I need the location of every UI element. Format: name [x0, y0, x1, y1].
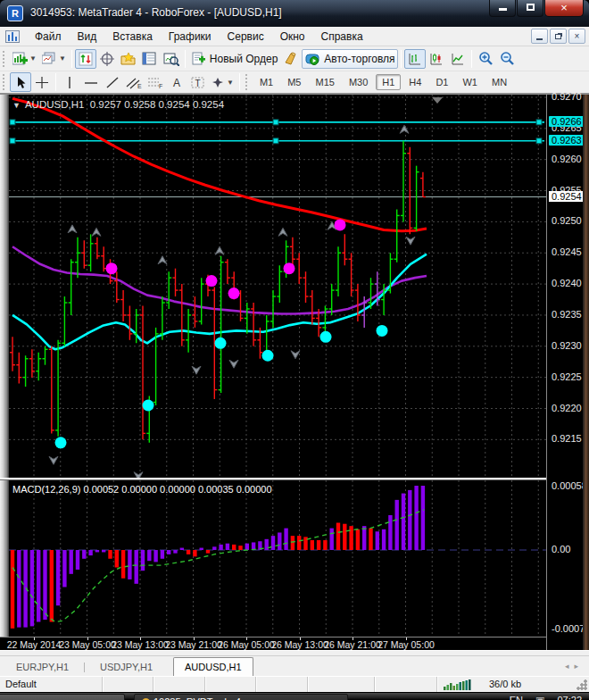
menu-items: ФайлВидВставкаГрафикиСервисОкноСправка: [27, 27, 371, 46]
menu-item-Вид[interactable]: Вид: [70, 28, 105, 46]
time-axis-tick: [406, 638, 407, 640]
crosshair-tool-button[interactable]: [96, 49, 118, 69]
cursor-tool-button[interactable]: [10, 72, 31, 92]
bar-chart-mode-button[interactable]: [404, 49, 426, 69]
horizontal-line-icon: [84, 76, 98, 89]
zoom-out-button[interactable]: [496, 49, 518, 69]
channel-tool[interactable]: E: [123, 72, 145, 92]
time-axis-label: 26 May 05:00: [218, 639, 275, 650]
hline-handle[interactable]: [536, 120, 542, 125]
zoom-out-icon: [499, 51, 515, 66]
maximize-button[interactable]: [517, 0, 543, 17]
timeframe-button-M30[interactable]: M30: [343, 74, 374, 90]
child-restore-button[interactable]: [550, 29, 567, 44]
time-axis-tick: [300, 638, 301, 640]
candlestick-mode-button[interactable]: [426, 49, 447, 69]
status-profile-cell[interactable]: Default: [0, 677, 103, 693]
price-axis[interactable]: 0.92700.92650.92600.92550.92500.92450.92…: [546, 95, 583, 650]
timeframe-button-M5[interactable]: M5: [281, 74, 307, 90]
language-indicator[interactable]: EN: [510, 695, 523, 700]
menu-item-Вставка[interactable]: Вставка: [104, 28, 161, 46]
text-label-tool[interactable]: T: [187, 72, 209, 92]
svg-text:F: F: [159, 83, 162, 89]
close-button[interactable]: ×: [544, 0, 584, 17]
crosshair-cursor-button[interactable]: [31, 72, 53, 92]
tab-EURJPY,H1[interactable]: EURJPY,H1: [5, 659, 79, 677]
timeframe-button-MN[interactable]: MN: [485, 74, 513, 90]
hline-handle[interactable]: [10, 120, 15, 125]
standard-toolbar: ▼ ▼: [0, 46, 589, 71]
toolbar-separator: [239, 73, 240, 91]
tick-chart-button[interactable]: [75, 49, 96, 69]
toolbar-grip[interactable]: [3, 74, 7, 90]
favorites-button[interactable]: [118, 49, 139, 69]
svg-text:E: E: [137, 83, 142, 89]
hline-handle[interactable]: [10, 138, 15, 144]
star-folder-icon: [120, 52, 137, 66]
market-watch-button[interactable]: [139, 49, 161, 69]
tab-scroll-arrows[interactable]: ◂▸: [565, 662, 584, 671]
arrows-shapes-icon: [212, 76, 225, 89]
vertical-line-tool[interactable]: [59, 72, 80, 92]
timeframe-button-H1[interactable]: H1: [376, 74, 401, 90]
toolbar-grip[interactable]: [245, 74, 250, 90]
hline-handle[interactable]: [273, 138, 278, 144]
dropdown-arrow-icon: ▼: [59, 54, 66, 62]
macd-canvas[interactable]: [9, 480, 546, 637]
hline-handle[interactable]: [536, 138, 542, 144]
menu-bar: ФайлВидВставкаГрафикиСервисОкноСправка ×: [0, 27, 589, 46]
metaeditor-button[interactable]: [280, 49, 302, 69]
chart-menu-triangle-icon: ▼: [12, 101, 21, 110]
taskbar-clock[interactable]: 07:22: [557, 695, 582, 700]
menu-item-Графики[interactable]: Графики: [161, 28, 220, 46]
chart-shift-marker[interactable]: [432, 97, 443, 104]
menu-item-Окно[interactable]: Окно: [272, 28, 313, 46]
timeframe-button-M15[interactable]: M15: [309, 74, 340, 90]
timeframe-button-M1[interactable]: M1: [253, 74, 279, 90]
tab-USDJPY,H1[interactable]: USDJPY,H1: [89, 659, 163, 677]
dropdown-arrow-icon: ▼: [227, 79, 234, 87]
arrows-tool[interactable]: ▼: [209, 72, 236, 92]
text-tool[interactable]: A: [166, 72, 187, 92]
minimize-button[interactable]: [489, 0, 516, 17]
menu-item-Сервис[interactable]: Сервис: [220, 28, 272, 46]
time-axis-tick: [194, 638, 195, 640]
svg-text:T: T: [195, 78, 201, 88]
tab-AUDUSD,H1[interactable]: AUDUSD,H1: [173, 657, 253, 677]
fibonacci-tool[interactable]: F: [145, 72, 166, 92]
autotrading-toggle[interactable]: Авто-торговля: [302, 49, 397, 69]
resize-grip[interactable]: [577, 679, 587, 690]
horizontal-line-tool[interactable]: [80, 72, 102, 92]
toolbar-grip[interactable]: [3, 51, 7, 67]
line-chart-mode-button[interactable]: [447, 49, 469, 69]
text-icon: A: [170, 76, 183, 89]
child-minimize-button[interactable]: [531, 29, 548, 44]
new-order-button[interactable]: Новый Ордер: [188, 49, 280, 69]
profiles-button[interactable]: ▼: [39, 49, 69, 69]
taskbar-button[interactable]: Trader: [0, 694, 125, 700]
fibonacci-icon: F: [147, 76, 163, 89]
time-axis[interactable]: 22 May 201423 May 05:0023 May 13:0023 Ma…: [0, 637, 585, 650]
line-chart-icon: [451, 52, 465, 66]
data-window-icon: [163, 52, 179, 66]
svg-text:A: A: [173, 77, 180, 89]
maximize-icon: [527, 4, 535, 11]
new-chart-button[interactable]: ▼: [10, 49, 39, 69]
taskbar-button-active[interactable]: 10285: RVDTrader4: [134, 694, 348, 700]
timeframe-button-D1[interactable]: D1: [429, 74, 454, 90]
timeframe-button-W1[interactable]: W1: [456, 74, 484, 90]
status-cell: [256, 677, 308, 693]
zoom-in-button[interactable]: [475, 49, 496, 69]
chart-ohlc-header[interactable]: ▼AUDUSD,H1 0.9257 0.9258 0.9254 0.9254: [12, 99, 224, 110]
trendline-tool[interactable]: [102, 72, 123, 92]
child-close-button[interactable]: ×: [568, 29, 585, 44]
price-axis-label: 0.9235: [552, 309, 582, 320]
main-chart-canvas[interactable]: [9, 95, 546, 478]
data-window-button[interactable]: [161, 49, 182, 69]
menu-item-Справка[interactable]: Справка: [313, 28, 371, 46]
hline-handle[interactable]: [273, 120, 278, 125]
title-bar[interactable]: R 3014953: MetaTrader 4 - RoboForex - [A…: [0, 0, 589, 27]
timeframe-button-H4[interactable]: H4: [402, 74, 427, 90]
menu-item-Файл[interactable]: Файл: [27, 28, 70, 46]
tray-icons[interactable]: ▣: [535, 695, 544, 700]
